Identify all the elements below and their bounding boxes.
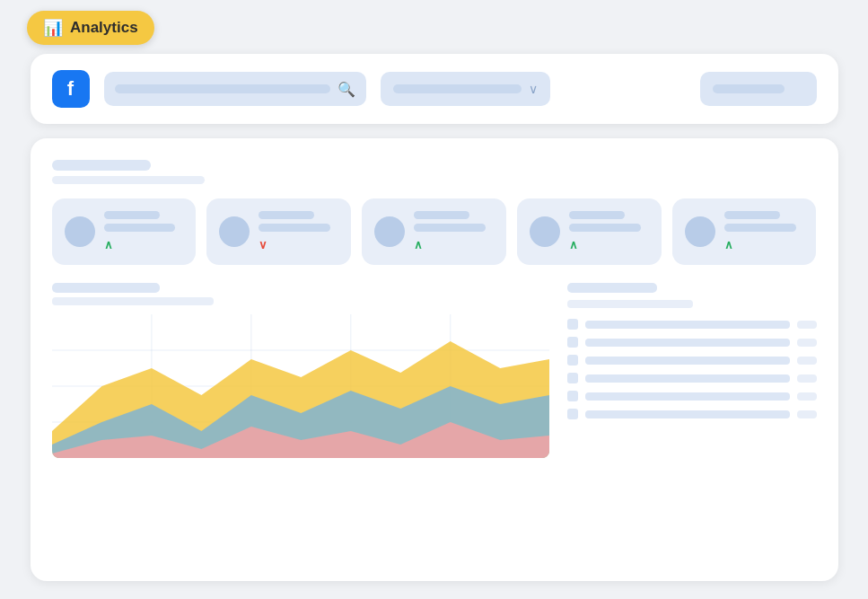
right-panel-title	[567, 283, 657, 293]
stat-content-1: ∧	[104, 211, 184, 252]
stat-line1-1	[104, 211, 160, 219]
chart-title-line	[52, 283, 160, 293]
action-button-label	[713, 84, 785, 93]
list-action-5	[797, 392, 817, 401]
section-title-block	[52, 160, 817, 184]
stat-line2-1	[104, 224, 176, 232]
list-action-1	[797, 321, 817, 329]
list-item-4[interactable]	[567, 373, 816, 383]
search-input-placeholder	[115, 84, 331, 93]
list-dot-4	[567, 373, 578, 383]
list-item-3[interactable]	[567, 355, 816, 366]
list-dot-6	[567, 409, 578, 419]
dropdown-filter[interactable]: ∨	[381, 72, 550, 106]
list-action-2	[797, 339, 817, 347]
dropdown-placeholder	[393, 84, 522, 93]
stat-line2-5	[724, 224, 796, 232]
list-item-2[interactable]	[567, 337, 816, 348]
search-icon: 🔍	[338, 81, 355, 98]
list-action-3	[797, 357, 817, 365]
stat-trend-3: ∧	[414, 238, 423, 251]
list-item-6[interactable]	[567, 409, 816, 419]
list-text-1	[585, 321, 789, 329]
list-dot-5	[567, 391, 578, 401]
right-panel-subtitle	[567, 300, 693, 308]
stat-content-2: ∨	[259, 211, 338, 252]
chart-svg	[52, 314, 550, 458]
chevron-down-icon: ∨	[529, 82, 538, 96]
list-text-5	[585, 392, 789, 401]
stat-line1-3	[414, 211, 469, 219]
list-text-3	[585, 357, 789, 365]
stat-card-3[interactable]: ∧	[362, 198, 506, 265]
analytics-badge: 📊 Analytics	[27, 11, 154, 45]
stat-avatar-1	[65, 216, 95, 247]
list-items	[567, 319, 816, 419]
list-text-6	[585, 410, 789, 418]
list-dot-3	[567, 355, 578, 366]
stat-line1-4	[569, 211, 625, 219]
list-action-4	[797, 374, 817, 383]
dashboard-card: ∧ ∨ ∧ ∧	[31, 138, 838, 581]
right-panel	[567, 283, 816, 458]
stat-avatar-3	[374, 216, 405, 247]
stat-content-3: ∧	[414, 211, 494, 252]
list-item-5[interactable]	[567, 391, 816, 401]
list-dot-2	[567, 337, 578, 348]
list-action-6	[797, 410, 817, 418]
bottom-section	[52, 283, 817, 458]
stat-cards-row: ∧ ∨ ∧ ∧	[52, 198, 817, 265]
list-item-1[interactable]	[567, 319, 816, 330]
stat-avatar-4	[530, 216, 560, 247]
stat-avatar-5	[685, 216, 715, 247]
stat-card-1[interactable]: ∧	[52, 198, 197, 265]
stat-line2-3	[414, 224, 486, 232]
chart-subtitle-line	[52, 297, 214, 305]
list-text-4	[585, 374, 789, 383]
section-title-line	[52, 160, 151, 171]
stat-trend-5: ∧	[724, 238, 733, 251]
stat-avatar-2	[219, 216, 250, 247]
stat-card-5[interactable]: ∧	[672, 198, 817, 265]
facebook-icon: f	[52, 70, 90, 108]
stat-line2-2	[259, 224, 330, 232]
chart-title-block	[52, 283, 550, 305]
stat-line1-2	[259, 211, 314, 219]
stat-line1-5	[724, 211, 780, 219]
list-text-2	[585, 339, 789, 347]
stat-card-2[interactable]: ∨	[206, 198, 351, 265]
stat-content-5: ∧	[724, 211, 804, 252]
stat-trend-4: ∧	[569, 238, 578, 251]
chart-container	[52, 314, 550, 458]
action-button[interactable]	[700, 72, 817, 106]
stat-card-4[interactable]: ∧	[517, 198, 662, 265]
chart-area	[52, 283, 550, 458]
toolbar-card: f 🔍 ∨	[31, 54, 838, 124]
analytics-label: Analytics	[70, 19, 138, 37]
stat-line2-4	[569, 224, 641, 232]
stat-trend-1: ∧	[104, 238, 113, 251]
analytics-icon: 📊	[43, 18, 63, 38]
list-dot-1	[567, 319, 578, 330]
stat-content-4: ∧	[569, 211, 649, 252]
section-subtitle-line	[52, 176, 205, 184]
stat-trend-2: ∨	[259, 238, 267, 251]
search-bar[interactable]: 🔍	[104, 72, 367, 106]
